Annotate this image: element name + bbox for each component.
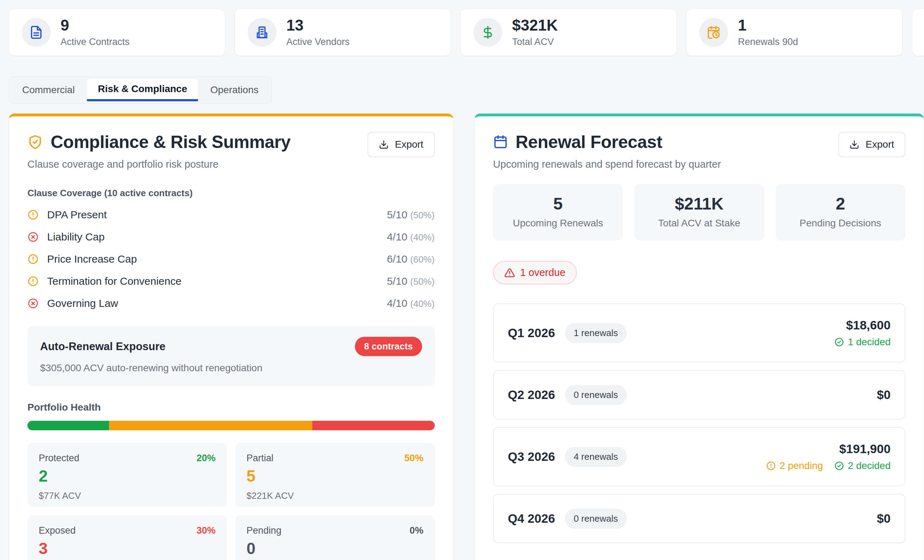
forecast-stat-value: 2 [781, 195, 900, 213]
download-icon [379, 139, 388, 150]
check-circle-icon [834, 337, 844, 347]
stat-label: Active Vendors [286, 37, 350, 48]
renewal-forecast-panel: Renewal Forecast Upcoming renewals and s… [474, 114, 924, 560]
forecast-stat-total-acv: $211K Total ACV at Stake [634, 184, 764, 240]
clause-label: Liability Cap [47, 231, 105, 243]
health-box-protected: Protected20% 2 $77K ACV [27, 443, 227, 507]
clause-pct: (60%) [410, 254, 434, 265]
calendar-icon [493, 135, 508, 150]
export-button-label: Export [866, 139, 894, 150]
compliance-risk-panel: Compliance & Risk Summary Clause coverag… [9, 114, 453, 560]
portfolio-health-bar [27, 421, 435, 430]
alert-circle-icon [27, 253, 39, 265]
clause-row-price-increase-cap: Price Increase Cap 6/10(60%) [27, 248, 435, 270]
compliance-export-button[interactable]: Export [368, 132, 435, 157]
tab-commercial[interactable]: Commercial [11, 79, 86, 101]
clause-pct: (40%) [410, 232, 434, 243]
forecast-stat-label: Upcoming Renewals [499, 218, 617, 229]
health-box-acv: $221K ACV [247, 490, 423, 501]
clause-pct: (50%) [410, 210, 434, 220]
decided-status: 1 decided [834, 337, 891, 348]
clause-value: 4/10 [387, 297, 407, 309]
forecast-stat-row: 5 Upcoming Renewals $211K Total ACV at S… [493, 184, 905, 240]
clause-row-liability-cap: Liability Cap 4/10(40%) [27, 226, 435, 248]
forecast-stat-pending-decisions: 2 Pending Decisions [776, 184, 905, 240]
stat-value: $321K [512, 17, 558, 33]
stat-card-row: 9 Active Contracts 13 Active Vendors $32… [0, 0, 924, 56]
forecast-stat-value: $211K [640, 195, 758, 213]
quarter-label: Q3 2026 [508, 450, 555, 464]
alert-circle-icon [27, 276, 39, 287]
auto-renewal-contracts-badge: 8 contracts [355, 337, 422, 356]
clause-row-dpa-present: DPA Present 5/10(50%) [27, 204, 435, 226]
pending-status-label: 2 pending [780, 460, 823, 472]
tab-operations[interactable]: Operations [200, 79, 269, 101]
health-box-pct: 30% [196, 525, 216, 536]
stat-card-partial-offscreen [912, 9, 924, 56]
renewals-count-badge: 0 renewals [565, 509, 627, 529]
compliance-panel-title: Compliance & Risk Summary [51, 132, 291, 152]
stat-card-total-acv: $321K Total ACV [460, 9, 677, 56]
quarter-amount: $0 [877, 388, 891, 402]
clause-pct: (50%) [410, 276, 434, 287]
health-box-exposed: Exposed30% 3 $42K ACV [27, 515, 227, 560]
overdue-badge-label: 1 overdue [520, 267, 566, 279]
decided-status: 2 decided [834, 460, 891, 472]
auto-renewal-subtitle: $305,000 ACV auto-renewing without reneg… [40, 362, 422, 374]
quarter-row-q4-2026: Q4 2026 0 renewals $0 [493, 494, 905, 543]
health-segment-protected [27, 421, 109, 430]
portfolio-health-grid: Protected20% 2 $77K ACV Partial50% 5 $22… [27, 443, 435, 560]
health-box-count: 0 [247, 540, 423, 557]
stat-card-renewals-90d: 1 Renewals 90d [686, 9, 903, 56]
clause-value: 6/10 [387, 253, 407, 265]
check-circle-icon [834, 461, 844, 471]
compliance-panel-subtitle: Clause coverage and portfolio risk postu… [27, 159, 291, 170]
tab-risk-compliance[interactable]: Risk & Compliance [87, 79, 198, 101]
clause-list: DPA Present 5/10(50%) Liability Cap 4/10… [27, 204, 435, 314]
x-circle-icon [27, 298, 39, 309]
auto-renewal-exposure-card: Auto-Renewal Exposure 8 contracts $305,0… [27, 326, 435, 386]
renewals-count-badge: 4 renewals [565, 447, 627, 467]
dashboard-tab-bar: Commercial Risk & Compliance Operations [9, 76, 272, 104]
health-box-label: Pending [247, 525, 281, 536]
stat-card-active-vendors: 13 Active Vendors [235, 9, 451, 56]
clause-value: 5/10 [387, 209, 407, 220]
renewals-count-badge: 1 renewals [565, 323, 627, 343]
health-box-label: Partial [247, 453, 274, 464]
quarter-row-q3-2026: Q3 2026 4 renewals $191,900 2 pending [493, 427, 905, 486]
auto-renewal-title: Auto-Renewal Exposure [40, 340, 166, 353]
health-box-acv: $77K ACV [39, 490, 216, 501]
forecast-stat-value: 5 [499, 195, 617, 213]
quarter-list: Q1 2026 1 renewals $18,600 1 decided [493, 303, 905, 543]
clause-row-termination: Termination for Convenience 5/10(50%) [27, 270, 435, 292]
quarter-amount: $18,600 [846, 318, 891, 332]
quarter-amount: $191,900 [839, 442, 891, 456]
stat-card-active-contracts: 9 Active Contracts [9, 9, 225, 56]
stat-value: 9 [60, 17, 130, 33]
quarter-label: Q1 2026 [508, 326, 555, 340]
health-box-count: 3 [39, 540, 216, 557]
health-box-partial: Partial50% 5 $221K ACV [235, 443, 435, 507]
clause-label: Governing Law [47, 297, 118, 309]
clause-label: Termination for Convenience [47, 275, 182, 287]
health-box-count: 2 [39, 468, 216, 484]
shield-check-icon [27, 134, 43, 150]
stat-value: 13 [286, 17, 350, 33]
clause-value: 5/10 [387, 275, 407, 287]
health-box-pct: 50% [405, 453, 423, 464]
pending-status: 2 pending [766, 460, 823, 472]
building-icon [248, 18, 276, 47]
renewal-export-button[interactable]: Export [838, 132, 905, 157]
clause-row-governing-law: Governing Law 4/10(40%) [27, 292, 435, 314]
stat-label: Total ACV [512, 37, 558, 48]
health-box-pct: 20% [196, 453, 216, 464]
export-button-label: Export [395, 139, 423, 150]
alert-triangle-icon [504, 268, 515, 278]
health-box-count: 5 [247, 468, 423, 484]
alert-circle-icon [27, 209, 39, 220]
forecast-stat-upcoming-renewals: 5 Upcoming Renewals [493, 184, 623, 240]
quarter-row-q2-2026: Q2 2026 0 renewals $0 [493, 370, 905, 419]
clause-value: 4/10 [387, 231, 407, 243]
quarter-amount: $0 [877, 512, 891, 526]
alert-circle-icon [766, 461, 776, 471]
